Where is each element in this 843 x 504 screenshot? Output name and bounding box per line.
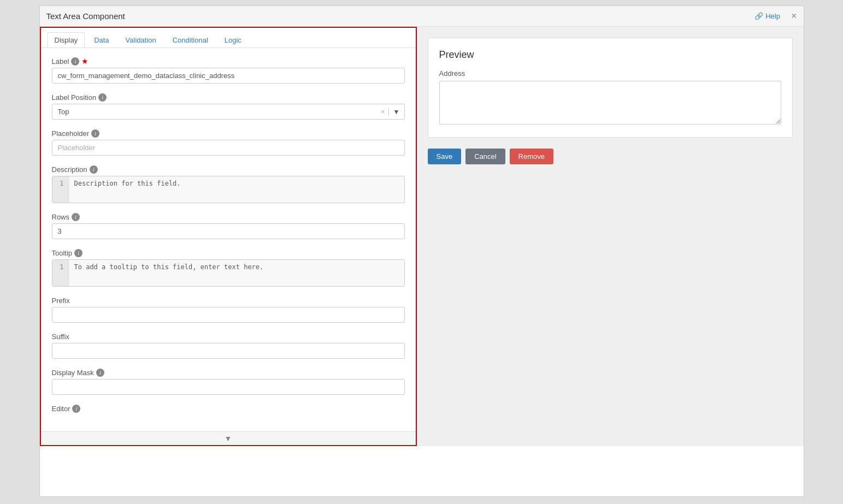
help-label: Help xyxy=(765,12,780,20)
description-group: Description i 1 Description for this fie… xyxy=(52,165,405,203)
tab-display[interactable]: Display xyxy=(48,32,85,48)
save-button[interactable]: Save xyxy=(428,149,462,164)
tabs-container: Display Data Validation Conditional Logi… xyxy=(41,28,416,48)
description-help-icon[interactable]: i xyxy=(90,165,98,174)
description-line-numbers: 1 xyxy=(52,176,69,203)
left-panel: Display Data Validation Conditional Logi… xyxy=(40,27,417,446)
editor-label: Editor i xyxy=(52,405,405,413)
label-required-star: ★ xyxy=(81,57,89,66)
preview-section: Preview Address xyxy=(428,38,793,138)
chevron-down-icon: ▼ xyxy=(225,434,232,443)
label-position-value: Top xyxy=(52,104,378,119)
label-position-select[interactable]: Top × ▼ xyxy=(52,104,405,120)
label-help-icon[interactable]: i xyxy=(71,57,79,66)
rows-label: Rows i xyxy=(52,213,405,221)
display-mask-group: Display Mask i xyxy=(52,369,405,395)
label-position-label: Label Position i xyxy=(52,93,405,102)
display-mask-label: Display Mask i xyxy=(52,369,405,377)
label-position-group: Label Position i Top × ▼ xyxy=(52,93,405,120)
cancel-button[interactable]: Cancel xyxy=(465,149,505,164)
dialog-body: Display Data Validation Conditional Logi… xyxy=(40,27,804,446)
suffix-label: Suffix xyxy=(52,333,405,341)
label-field-label: Label i ★ xyxy=(52,57,405,66)
tooltip-group: Tooltip i 1 To add a tooltip to this fie… xyxy=(52,249,405,287)
tooltip-editor[interactable]: 1 To add a tooltip to this field, enter … xyxy=(52,259,405,287)
tab-validation[interactable]: Validation xyxy=(119,32,163,48)
display-mask-help-icon[interactable]: i xyxy=(96,369,104,377)
placeholder-input[interactable] xyxy=(52,140,405,156)
editor-group: Editor i xyxy=(52,405,405,413)
rows-group: Rows i xyxy=(52,213,405,239)
rows-help-icon[interactable]: i xyxy=(72,213,80,221)
tooltip-line-numbers: 1 xyxy=(52,260,69,286)
prefix-label: Prefix xyxy=(52,297,405,305)
titlebar-right: 🔗 Help × xyxy=(754,10,797,22)
right-panel: Preview Address Save Cancel Remove xyxy=(417,27,804,446)
prefix-group: Prefix xyxy=(52,297,405,323)
description-label: Description i xyxy=(52,165,405,174)
tooltip-content[interactable]: To add a tooltip to this field, enter te… xyxy=(69,260,404,286)
dialog-titlebar: Text Area Component 🔗 Help × xyxy=(40,6,804,27)
placeholder-help-icon[interactable]: i xyxy=(91,129,99,138)
description-editor[interactable]: 1 Description for this field. xyxy=(52,176,405,203)
preview-title: Preview xyxy=(439,49,781,61)
select-arrow-icon[interactable]: ▼ xyxy=(388,108,404,116)
preview-field-label: Address xyxy=(439,69,781,78)
tab-conditional[interactable]: Conditional xyxy=(166,32,215,48)
close-button[interactable]: × xyxy=(791,10,797,22)
label-group: Label i ★ xyxy=(52,57,405,84)
placeholder-group: Placeholder i xyxy=(52,129,405,156)
label-input[interactable] xyxy=(52,68,405,84)
help-icon: 🔗 xyxy=(754,12,763,20)
form-content: Label i ★ Label Position i Top × xyxy=(41,48,416,431)
scroll-indicator: ▼ xyxy=(41,431,416,445)
rows-input[interactable] xyxy=(52,223,405,239)
help-link[interactable]: 🔗 Help xyxy=(754,12,780,20)
tooltip-help-icon[interactable]: i xyxy=(74,249,82,257)
display-mask-input[interactable] xyxy=(52,379,405,395)
select-clear-icon[interactable]: × xyxy=(378,108,388,116)
tab-logic[interactable]: Logic xyxy=(217,32,249,48)
suffix-group: Suffix xyxy=(52,333,405,359)
tooltip-label: Tooltip i xyxy=(52,249,405,257)
tab-data[interactable]: Data xyxy=(87,32,116,48)
description-content[interactable]: Description for this field. xyxy=(69,176,404,203)
action-buttons: Save Cancel Remove xyxy=(428,149,793,164)
dialog-container: Text Area Component 🔗 Help × Display Dat… xyxy=(39,5,804,497)
preview-textarea[interactable] xyxy=(439,81,781,124)
tooltip-editor-wrapper: 1 To add a tooltip to this field, enter … xyxy=(52,259,405,287)
label-position-help-icon[interactable]: i xyxy=(98,93,107,102)
prefix-input[interactable] xyxy=(52,307,405,323)
description-editor-wrapper: 1 Description for this field. xyxy=(52,176,405,203)
suffix-input[interactable] xyxy=(52,343,405,359)
editor-help-icon[interactable]: i xyxy=(72,405,80,413)
placeholder-label: Placeholder i xyxy=(52,129,405,138)
remove-button[interactable]: Remove xyxy=(510,149,553,164)
dialog-title: Text Area Component xyxy=(46,11,125,21)
